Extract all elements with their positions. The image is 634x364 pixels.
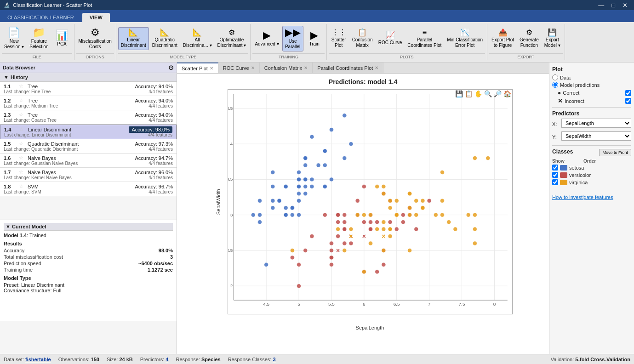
radio-model-predictions-input[interactable] bbox=[552, 82, 558, 88]
validation-item: Validation: 5-fold Cross-Validation bbox=[551, 357, 630, 362]
model-type-group-label: MODEL TYPE bbox=[118, 53, 249, 59]
close-button[interactable]: ✕ bbox=[620, 2, 630, 9]
train-button[interactable]: ▶ Train bbox=[304, 29, 325, 48]
close-scatter-plot[interactable]: ✕ bbox=[210, 66, 213, 71]
history-item-1.1[interactable]: 1.1☆TreeAccuracy: 94.0%Last change: Fine… bbox=[0, 82, 177, 96]
history-star-1.7[interactable]: ☆ bbox=[19, 169, 23, 175]
hand-tool-icon[interactable]: ✋ bbox=[474, 90, 482, 97]
history-header[interactable]: ▼ History bbox=[0, 73, 177, 82]
radio-data-input[interactable] bbox=[552, 74, 558, 80]
history-item-1.6[interactable]: 1.6☆Naive BayesAccuracy: 94.7%Last chang… bbox=[0, 154, 177, 168]
history-item-1.8[interactable]: 1.8☆SVMAccuracy: 96.7%Last change: SVM4/… bbox=[0, 182, 177, 196]
zoom-in-icon[interactable]: 🔍 bbox=[484, 90, 492, 97]
correct-checkbox[interactable] bbox=[625, 90, 631, 96]
how-to-link[interactable]: How to investigate features bbox=[552, 194, 613, 200]
history-star-1.1[interactable]: ☆ bbox=[19, 83, 23, 89]
history-acc-1.6: Accuracy: 94.7% bbox=[135, 155, 173, 161]
export-plot-button[interactable]: 📤 Export Plotto Figure bbox=[489, 28, 516, 50]
generate-function-button[interactable]: ⚙ GenerateFunction bbox=[517, 28, 541, 50]
window-controls[interactable]: — □ ✕ bbox=[595, 2, 630, 9]
copy-chart-icon[interactable]: 📋 bbox=[465, 90, 473, 97]
history-star-1.2[interactable]: ☆ bbox=[19, 97, 23, 103]
history-star-1.3[interactable]: ☆ bbox=[19, 112, 23, 118]
svg-text:3.5: 3.5 bbox=[228, 176, 233, 182]
tab-scatter-plot[interactable]: Scatter Plot ✕ bbox=[177, 63, 218, 73]
history-item-1.5[interactable]: 1.5☆Quadratic DiscriminantAccuracy: 97.3… bbox=[0, 139, 177, 154]
save-chart-icon[interactable]: 💾 bbox=[455, 90, 463, 97]
radio-data[interactable]: Data bbox=[552, 74, 631, 80]
close-roc-curve[interactable]: ✕ bbox=[251, 65, 255, 70]
correct-checkbox-row[interactable]: ● Correct bbox=[558, 90, 631, 96]
model-id-status: Model 1.4: Trained bbox=[4, 233, 173, 238]
quadratic-discriminant-button[interactable]: 📐 QuadraticDiscriminant bbox=[150, 28, 180, 50]
pca-icon: 📊 bbox=[56, 30, 68, 40]
feature-selection-button[interactable]: 📁 FeatureSelection bbox=[27, 26, 51, 51]
history-item-1.4[interactable]: 1.4☆Linear DiscriminantAccuracy: 98.0%La… bbox=[0, 125, 177, 139]
data-browser-collapse[interactable]: ⊙ bbox=[168, 64, 174, 71]
svg-point-53 bbox=[303, 192, 307, 196]
history-item-1.2[interactable]: 1.2☆TreeAccuracy: 94.0%Last change: Medi… bbox=[0, 96, 177, 110]
tab-confusion-matrix[interactable]: Confusion Matrix ✕ bbox=[260, 63, 313, 73]
tab-classification-learner[interactable]: CLASSIFICATION LEARNER bbox=[0, 13, 81, 22]
svg-point-133 bbox=[381, 220, 385, 224]
svg-point-124 bbox=[336, 234, 340, 239]
radio-model-predictions[interactable]: Model predictions bbox=[552, 82, 631, 88]
svg-point-176 bbox=[381, 248, 385, 252]
advanced-button[interactable]: ▶ Advanced ▾ bbox=[252, 29, 281, 48]
min-classification-error-button[interactable]: 📉 Min ClassificationError Plot bbox=[445, 28, 485, 50]
ribbon-group-training: ▶ Advanced ▾ ▶▶ UseParallel ▶ Train TRAI… bbox=[251, 24, 326, 60]
history-star-1.4[interactable]: ☆ bbox=[19, 126, 24, 132]
x-predictor-select[interactable]: SepalLength SepalWidth PetalLength Petal… bbox=[561, 119, 631, 128]
correct-dot: ● bbox=[558, 90, 561, 96]
parallel-coords-button[interactable]: ≡ ParallelCoordinates Plot bbox=[405, 28, 444, 50]
incorrect-checkbox[interactable] bbox=[625, 98, 631, 104]
tab-roc-curve[interactable]: ROC Curve ✕ bbox=[218, 63, 260, 73]
history-star-1.6[interactable]: ☆ bbox=[19, 155, 23, 161]
maximize-button[interactable]: □ bbox=[609, 2, 618, 9]
svg-point-119 bbox=[329, 248, 333, 252]
all-discriminant-button[interactable]: 📐 AllDiscrimina... ▾ bbox=[181, 28, 214, 50]
predictors-value[interactable]: 4 bbox=[166, 357, 168, 362]
ribbon-group-export: 📤 Export Plotto Figure ⚙ GenerateFunctio… bbox=[487, 24, 565, 60]
use-parallel-button[interactable]: ▶▶ UseParallel bbox=[282, 26, 303, 51]
close-parallel-coords[interactable]: ✕ bbox=[375, 65, 378, 70]
move-to-front-button[interactable]: Move to Front bbox=[599, 149, 631, 156]
export-model-button[interactable]: 💾 ExportModel ▾ bbox=[542, 28, 563, 50]
confusion-matrix-button[interactable]: 📋 ConfusionMatrix bbox=[350, 28, 375, 50]
optimizable-discriminant-button[interactable]: ⚙ OptimizableDiscriminant ▾ bbox=[215, 28, 249, 50]
versicolor-checkbox[interactable] bbox=[552, 172, 558, 178]
plot-section-title: Plot bbox=[552, 66, 631, 73]
response-item: Response: Species bbox=[176, 357, 220, 362]
history-star-1.5[interactable]: ☆ bbox=[19, 141, 23, 147]
svg-point-108 bbox=[362, 220, 366, 224]
zoom-out-icon[interactable]: 🔎 bbox=[494, 90, 502, 97]
linear-discriminant-button[interactable]: 📐 LinearDiscriminant bbox=[118, 27, 149, 50]
pca-button[interactable]: 📊 PCA bbox=[52, 29, 72, 48]
tab-parallel-coords[interactable]: Parallel Coordinates Plot ✕ bbox=[313, 63, 383, 73]
new-session-button[interactable]: 📄 NewSession ▾ bbox=[2, 26, 26, 51]
history-item-1.3[interactable]: 1.3☆TreeAccuracy: 94.0%Last change: Coar… bbox=[0, 110, 177, 125]
history-star-1.8[interactable]: ☆ bbox=[19, 183, 23, 189]
setosa-checkbox[interactable] bbox=[552, 165, 558, 171]
svg-point-84 bbox=[394, 227, 399, 231]
svg-point-60 bbox=[284, 206, 288, 210]
incorrect-checkbox-row[interactable]: ✕ Incorrect bbox=[558, 97, 631, 104]
dataset-value[interactable]: fishertable bbox=[25, 357, 51, 362]
response-classes-value[interactable]: 3 bbox=[273, 357, 275, 362]
misclassification-costs-button[interactable]: ⚙ MisclassificationCosts bbox=[76, 26, 114, 51]
scatter-plot-button[interactable]: ⋮⋮ ScatterPlot bbox=[329, 28, 349, 50]
minimize-button[interactable]: — bbox=[595, 2, 607, 9]
correct-label: Correct bbox=[563, 90, 579, 96]
close-confusion-matrix[interactable]: ✕ bbox=[304, 65, 308, 70]
history-item-1.7[interactable]: 1.7☆Naive BayesAccuracy: 96.0%Last chang… bbox=[0, 168, 177, 182]
svg-point-33 bbox=[270, 206, 274, 210]
tab-view[interactable]: VIEW bbox=[82, 13, 110, 22]
y-predictor-select[interactable]: SepalLength SepalWidth PetalLength Petal… bbox=[561, 131, 631, 141]
virginica-checkbox[interactable] bbox=[552, 179, 558, 185]
svg-text:4: 4 bbox=[230, 141, 233, 146]
roc-curve-button[interactable]: 📈 ROC Curve bbox=[376, 30, 405, 47]
home-icon[interactable]: 🏠 bbox=[503, 90, 511, 97]
svg-point-75 bbox=[284, 213, 288, 217]
svg-point-34 bbox=[297, 170, 301, 174]
window-title: Classification Learner - Scatter Plot bbox=[13, 2, 92, 8]
